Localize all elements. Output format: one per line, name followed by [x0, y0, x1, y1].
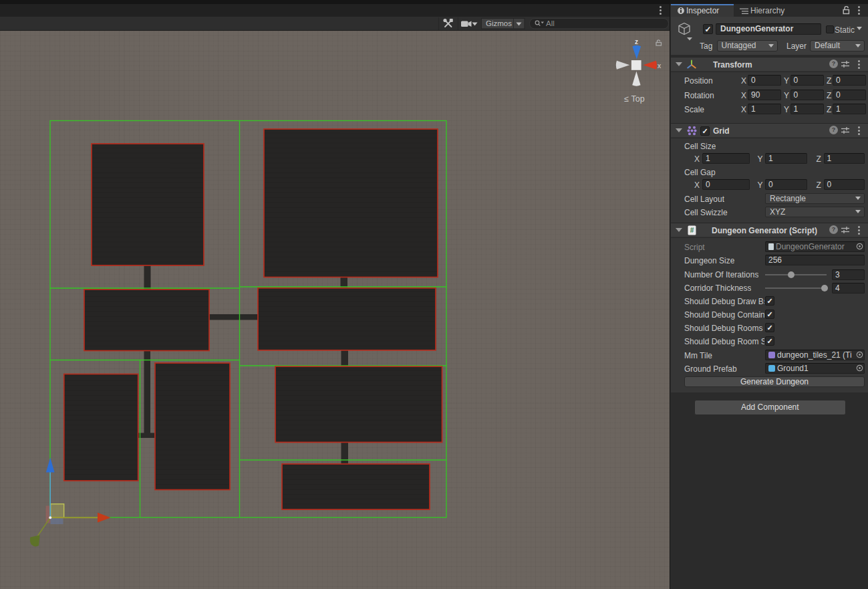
svg-text:#: #	[690, 227, 694, 234]
svg-text:All: All	[546, 19, 555, 27]
svg-text:Gizmos: Gizmos	[486, 19, 512, 27]
svg-text:≤ Top: ≤ Top	[624, 94, 644, 104]
svg-text:x: x	[658, 62, 662, 70]
